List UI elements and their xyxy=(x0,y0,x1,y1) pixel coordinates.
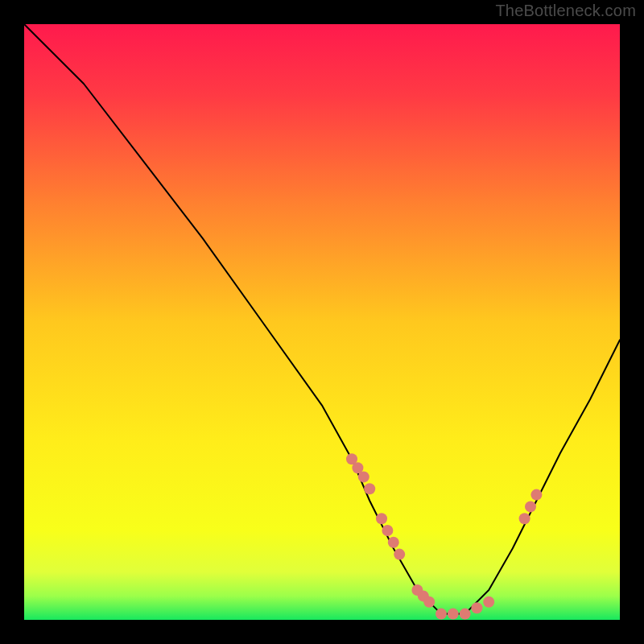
curve-marker xyxy=(525,501,536,512)
watermark-text: TheBottleneck.com xyxy=(495,2,636,20)
chart-frame: TheBottleneck.com xyxy=(0,0,644,644)
curve-marker xyxy=(436,609,447,620)
curve-marker xyxy=(388,537,399,548)
curve-marker xyxy=(394,549,405,560)
curve-marker xyxy=(358,471,369,482)
curve-marker xyxy=(448,609,459,620)
curve-marker xyxy=(364,483,375,494)
plot-area xyxy=(24,24,620,620)
curve-marker xyxy=(460,609,471,620)
curve-marker xyxy=(471,602,482,613)
curve-marker xyxy=(519,513,530,524)
curve-marker xyxy=(382,525,393,536)
curve-marker xyxy=(530,489,542,501)
gradient-background xyxy=(24,24,620,620)
curve-marker xyxy=(376,513,387,524)
curve-marker xyxy=(483,597,494,608)
curve-marker xyxy=(423,597,435,608)
bottleneck-chart xyxy=(24,24,620,620)
